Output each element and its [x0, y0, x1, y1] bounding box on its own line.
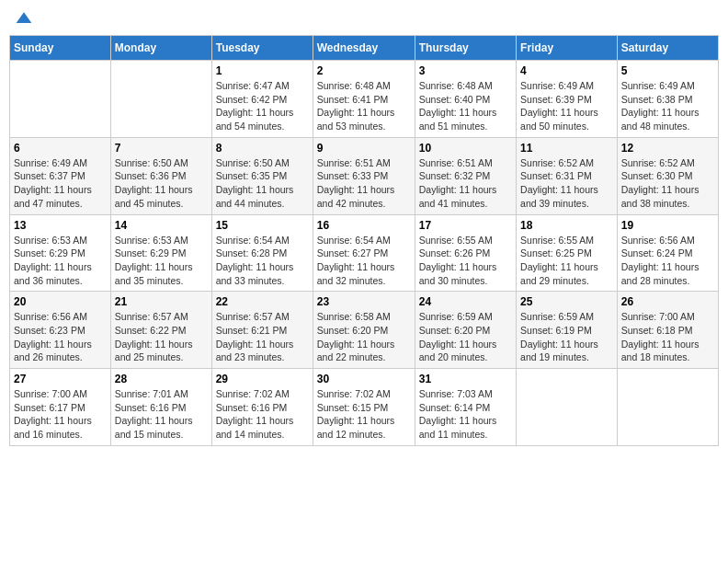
calendar-week-3: 13Sunrise: 6:53 AM Sunset: 6:29 PM Dayli… [10, 214, 719, 292]
day-number: 30 [317, 373, 411, 385]
calendar-cell [10, 61, 111, 138]
day-info: Sunrise: 6:50 AM Sunset: 6:35 PM Dayligh… [216, 156, 309, 211]
calendar-cell: 20Sunrise: 6:56 AM Sunset: 6:23 PM Dayli… [10, 292, 111, 369]
day-info: Sunrise: 7:00 AM Sunset: 6:18 PM Dayligh… [621, 310, 714, 364]
calendar-cell: 14Sunrise: 6:53 AM Sunset: 6:29 PM Dayli… [110, 214, 211, 292]
day-info: Sunrise: 6:49 AM Sunset: 6:39 PM Dayligh… [520, 79, 613, 133]
day-info: Sunrise: 6:54 AM Sunset: 6:28 PM Dayligh… [216, 234, 309, 288]
calendar-cell [617, 369, 718, 446]
calendar-cell: 25Sunrise: 6:59 AM Sunset: 6:19 PM Dayli… [517, 292, 618, 369]
calendar-cell: 21Sunrise: 6:57 AM Sunset: 6:22 PM Dayli… [110, 292, 211, 369]
day-info: Sunrise: 6:55 AM Sunset: 6:26 PM Dayligh… [419, 234, 512, 288]
day-number: 13 [14, 219, 107, 232]
calendar-cell: 23Sunrise: 6:58 AM Sunset: 6:20 PM Dayli… [313, 292, 415, 369]
day-number: 17 [419, 219, 512, 232]
calendar-table: SundayMondayTuesdayWednesdayThursdayFrid… [9, 35, 719, 446]
calendar-cell: 29Sunrise: 7:02 AM Sunset: 6:16 PM Dayli… [211, 369, 313, 446]
calendar-cell: 13Sunrise: 6:53 AM Sunset: 6:29 PM Dayli… [10, 214, 111, 292]
day-info: Sunrise: 6:51 AM Sunset: 6:32 PM Dayligh… [419, 156, 512, 211]
calendar-week-4: 20Sunrise: 6:56 AM Sunset: 6:23 PM Dayli… [10, 292, 719, 369]
calendar-cell: 3Sunrise: 6:48 AM Sunset: 6:40 PM Daylig… [415, 61, 516, 138]
weekday-header-wednesday: Wednesday [313, 36, 415, 61]
day-info: Sunrise: 6:49 AM Sunset: 6:37 PM Dayligh… [14, 156, 107, 211]
calendar-cell: 28Sunrise: 7:01 AM Sunset: 6:16 PM Dayli… [110, 369, 211, 446]
calendar-cell [110, 61, 211, 138]
day-info: Sunrise: 6:53 AM Sunset: 6:29 PM Dayligh… [115, 234, 208, 288]
day-info: Sunrise: 7:00 AM Sunset: 6:17 PM Dayligh… [14, 387, 107, 442]
day-number: 11 [520, 142, 613, 155]
day-info: Sunrise: 6:47 AM Sunset: 6:42 PM Dayligh… [216, 79, 309, 133]
day-number: 1 [216, 64, 309, 77]
day-info: Sunrise: 6:58 AM Sunset: 6:20 PM Dayligh… [317, 310, 411, 364]
calendar-cell: 24Sunrise: 6:59 AM Sunset: 6:20 PM Dayli… [415, 292, 516, 369]
day-info: Sunrise: 6:52 AM Sunset: 6:31 PM Dayligh… [520, 156, 613, 211]
day-info: Sunrise: 7:02 AM Sunset: 6:15 PM Dayligh… [317, 387, 411, 442]
day-number: 12 [621, 142, 714, 155]
day-number: 7 [115, 142, 208, 155]
calendar-cell: 31Sunrise: 7:03 AM Sunset: 6:14 PM Dayli… [415, 369, 516, 446]
day-info: Sunrise: 6:48 AM Sunset: 6:41 PM Dayligh… [317, 79, 411, 133]
day-info: Sunrise: 6:56 AM Sunset: 6:23 PM Dayligh… [14, 310, 107, 364]
weekday-header-tuesday: Tuesday [211, 36, 313, 61]
day-number: 28 [115, 373, 208, 385]
day-info: Sunrise: 6:48 AM Sunset: 6:40 PM Dayligh… [419, 79, 512, 133]
weekday-header-saturday: Saturday [617, 36, 718, 61]
day-number: 20 [14, 295, 107, 308]
logo [13, 9, 33, 28]
calendar-cell: 30Sunrise: 7:02 AM Sunset: 6:15 PM Dayli… [313, 369, 415, 446]
day-info: Sunrise: 6:57 AM Sunset: 6:21 PM Dayligh… [216, 310, 309, 364]
calendar-week-1: 1Sunrise: 6:47 AM Sunset: 6:42 PM Daylig… [10, 61, 719, 138]
calendar-cell: 16Sunrise: 6:54 AM Sunset: 6:27 PM Dayli… [313, 214, 415, 292]
day-number: 19 [621, 219, 714, 232]
day-info: Sunrise: 6:59 AM Sunset: 6:20 PM Dayligh… [419, 310, 512, 364]
day-info: Sunrise: 6:56 AM Sunset: 6:24 PM Dayligh… [621, 234, 714, 288]
calendar-cell: 22Sunrise: 6:57 AM Sunset: 6:21 PM Dayli… [211, 292, 313, 369]
day-number: 15 [216, 219, 309, 232]
day-number: 3 [419, 64, 512, 77]
logo-icon [15, 9, 33, 28]
calendar-cell: 10Sunrise: 6:51 AM Sunset: 6:32 PM Dayli… [415, 137, 516, 214]
weekday-header-sunday: Sunday [10, 36, 111, 61]
calendar-cell: 15Sunrise: 6:54 AM Sunset: 6:28 PM Dayli… [211, 214, 313, 292]
day-number: 31 [419, 373, 512, 385]
day-info: Sunrise: 6:54 AM Sunset: 6:27 PM Dayligh… [317, 234, 411, 288]
calendar-cell: 11Sunrise: 6:52 AM Sunset: 6:31 PM Dayli… [517, 137, 618, 214]
day-number: 16 [317, 219, 411, 232]
calendar-cell: 17Sunrise: 6:55 AM Sunset: 6:26 PM Dayli… [415, 214, 516, 292]
calendar-cell: 12Sunrise: 6:52 AM Sunset: 6:30 PM Dayli… [617, 137, 718, 214]
day-number: 2 [317, 64, 411, 77]
day-info: Sunrise: 6:57 AM Sunset: 6:22 PM Dayligh… [115, 310, 208, 364]
calendar-cell: 7Sunrise: 6:50 AM Sunset: 6:36 PM Daylig… [110, 137, 211, 214]
calendar-cell: 18Sunrise: 6:55 AM Sunset: 6:25 PM Dayli… [517, 214, 618, 292]
calendar-cell: 19Sunrise: 6:56 AM Sunset: 6:24 PM Dayli… [617, 214, 718, 292]
day-number: 5 [621, 64, 714, 77]
page-header [9, 9, 719, 28]
day-info: Sunrise: 7:02 AM Sunset: 6:16 PM Dayligh… [216, 387, 309, 442]
day-number: 27 [14, 373, 107, 385]
weekday-header-monday: Monday [110, 36, 211, 61]
calendar-cell: 6Sunrise: 6:49 AM Sunset: 6:37 PM Daylig… [10, 137, 111, 214]
weekday-header-thursday: Thursday [415, 36, 516, 61]
day-info: Sunrise: 6:49 AM Sunset: 6:38 PM Dayligh… [621, 79, 714, 133]
calendar-cell: 4Sunrise: 6:49 AM Sunset: 6:39 PM Daylig… [517, 61, 618, 138]
day-info: Sunrise: 6:50 AM Sunset: 6:36 PM Dayligh… [115, 156, 208, 211]
day-number: 10 [419, 142, 512, 155]
calendar-cell: 9Sunrise: 6:51 AM Sunset: 6:33 PM Daylig… [313, 137, 415, 214]
calendar-cell: 8Sunrise: 6:50 AM Sunset: 6:35 PM Daylig… [211, 137, 313, 214]
calendar-cell: 1Sunrise: 6:47 AM Sunset: 6:42 PM Daylig… [211, 61, 313, 138]
calendar-cell: 26Sunrise: 7:00 AM Sunset: 6:18 PM Dayli… [617, 292, 718, 369]
day-number: 24 [419, 295, 512, 308]
day-info: Sunrise: 6:59 AM Sunset: 6:19 PM Dayligh… [520, 310, 613, 364]
weekday-header-friday: Friday [517, 36, 618, 61]
day-number: 14 [115, 219, 208, 232]
calendar-cell [517, 369, 618, 446]
day-number: 23 [317, 295, 411, 308]
day-info: Sunrise: 6:55 AM Sunset: 6:25 PM Dayligh… [520, 234, 613, 288]
day-info: Sunrise: 7:01 AM Sunset: 6:16 PM Dayligh… [115, 387, 208, 442]
day-info: Sunrise: 6:52 AM Sunset: 6:30 PM Dayligh… [621, 156, 714, 211]
day-number: 6 [14, 142, 107, 155]
day-number: 9 [317, 142, 411, 155]
day-number: 26 [621, 295, 714, 308]
day-number: 29 [216, 373, 309, 385]
day-number: 22 [216, 295, 309, 308]
